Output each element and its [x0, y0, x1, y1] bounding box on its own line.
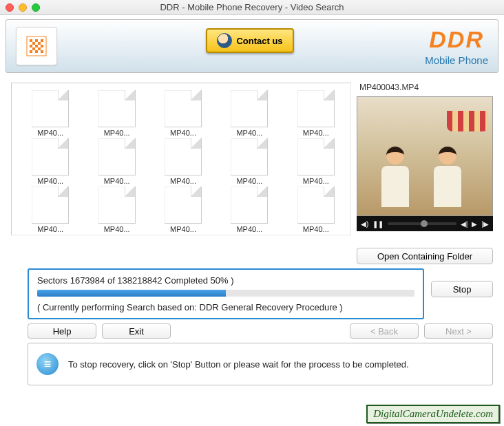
file-label: MP40... [303, 177, 329, 185]
file-icon [297, 187, 335, 224]
file-label: MP40... [37, 225, 63, 233]
prev-icon[interactable]: ◀| [461, 220, 468, 228]
file-item[interactable]: MP40... [151, 138, 215, 185]
info-icon: ≡ [36, 353, 59, 375]
file-item[interactable]: MP40... [85, 138, 148, 185]
svg-rect-11 [30, 50, 32, 53]
file-label: MP40... [236, 225, 262, 233]
file-item[interactable]: MP40... [19, 187, 82, 233]
file-icon [165, 187, 202, 224]
file-item[interactable]: MP40... [284, 187, 348, 233]
svg-rect-13 [41, 50, 43, 53]
app-logo [16, 27, 57, 65]
pause-icon[interactable]: ❚❚ [372, 220, 384, 228]
file-icon [98, 90, 136, 127]
file-label: MP40... [236, 129, 262, 137]
file-grid[interactable]: MP40...MP40...MP40...MP40...MP40...MP40.… [11, 83, 351, 235]
titlebar: DDR - Mobile Phone Recovery - Video Sear… [0, 0, 504, 15]
file-item[interactable]: MP40... [218, 187, 281, 233]
preview-thumbnail [357, 97, 492, 215]
progress-subtext: ( Currently performing Search based on: … [37, 302, 414, 312]
info-panel: ≡ To stop recovery, click on 'Stop' Butt… [28, 343, 493, 385]
svg-rect-9 [32, 47, 35, 50]
svg-rect-3 [41, 39, 43, 42]
exit-button[interactable]: Exit [102, 323, 171, 339]
stop-button[interactable]: Stop [431, 281, 493, 297]
contact-us-button[interactable]: Contact us [206, 28, 294, 53]
file-item[interactable]: MP40... [19, 90, 82, 137]
file-item[interactable]: MP40... [284, 138, 348, 185]
brand-subtitle: Mobile Phone [425, 54, 488, 66]
window-title: DDR - Mobile Phone Recovery - Video Sear… [0, 2, 504, 12]
contact-label: Contact us [236, 36, 282, 46]
svg-rect-6 [30, 45, 32, 47]
file-icon [231, 187, 268, 224]
svg-rect-7 [35, 45, 38, 47]
file-item[interactable]: MP40... [85, 187, 148, 233]
file-label: MP40... [37, 177, 63, 185]
file-icon [32, 187, 69, 224]
open-containing-folder-button[interactable]: Open Containing Folder [357, 248, 493, 264]
file-label: MP40... [170, 177, 196, 185]
file-icon [297, 90, 335, 127]
header: Contact us DDR Mobile Phone [6, 19, 498, 73]
svg-rect-12 [35, 50, 38, 53]
file-label: MP40... [104, 177, 130, 185]
file-item[interactable]: MP40... [218, 138, 281, 185]
help-button[interactable]: Help [28, 323, 96, 339]
watermark: DigitalCameraUndelete.com [366, 405, 500, 423]
svg-rect-5 [38, 42, 41, 45]
person-icon [217, 33, 232, 48]
file-label: MP40... [37, 129, 63, 137]
progress-panel: Sectors 1673984 of 138218842 Completed 5… [28, 268, 424, 319]
next-button: Next > [424, 323, 493, 339]
play-icon[interactable]: ▶ [472, 220, 477, 228]
svg-rect-4 [32, 42, 35, 45]
video-preview[interactable] [357, 96, 493, 216]
file-icon [98, 187, 136, 224]
file-icon [165, 138, 202, 175]
progress-bar [37, 290, 414, 297]
file-item[interactable]: MP40... [151, 187, 215, 233]
file-icon [98, 138, 136, 175]
file-icon [32, 138, 69, 175]
file-icon [165, 90, 202, 127]
mute-icon[interactable]: ◀) [361, 220, 368, 228]
seek-slider[interactable] [388, 222, 456, 225]
file-label: MP40... [236, 177, 262, 185]
file-icon [297, 138, 335, 175]
brand: DDR Mobile Phone [425, 26, 488, 66]
svg-rect-8 [41, 45, 43, 47]
svg-rect-1 [30, 39, 32, 42]
file-icon [231, 90, 268, 127]
file-item[interactable]: MP40... [218, 90, 281, 137]
file-item[interactable]: MP40... [85, 90, 148, 137]
svg-rect-2 [35, 39, 38, 42]
file-icon [231, 138, 268, 175]
file-label: MP40... [170, 225, 196, 233]
brand-title: DDR [425, 26, 488, 53]
file-label: MP40... [303, 129, 329, 137]
player-controls: ◀) ❚❚ ◀| ▶ |▶ [357, 216, 493, 231]
preview-filename: MP400043.MP4 [357, 83, 493, 92]
progress-text: Sectors 1673984 of 138218842 Completed 5… [37, 275, 414, 286]
next-icon[interactable]: |▶ [481, 220, 489, 228]
file-label: MP40... [170, 129, 196, 137]
file-label: MP40... [104, 129, 130, 137]
file-label: MP40... [104, 225, 130, 233]
svg-rect-10 [38, 47, 41, 50]
file-item[interactable]: MP40... [19, 138, 82, 185]
file-icon [32, 90, 69, 127]
file-label: MP40... [303, 225, 329, 233]
file-item[interactable]: MP40... [151, 90, 215, 137]
file-item[interactable]: MP40... [284, 90, 348, 137]
info-text: To stop recovery, click on 'Stop' Button… [68, 359, 409, 370]
back-button: < Back [350, 323, 419, 339]
